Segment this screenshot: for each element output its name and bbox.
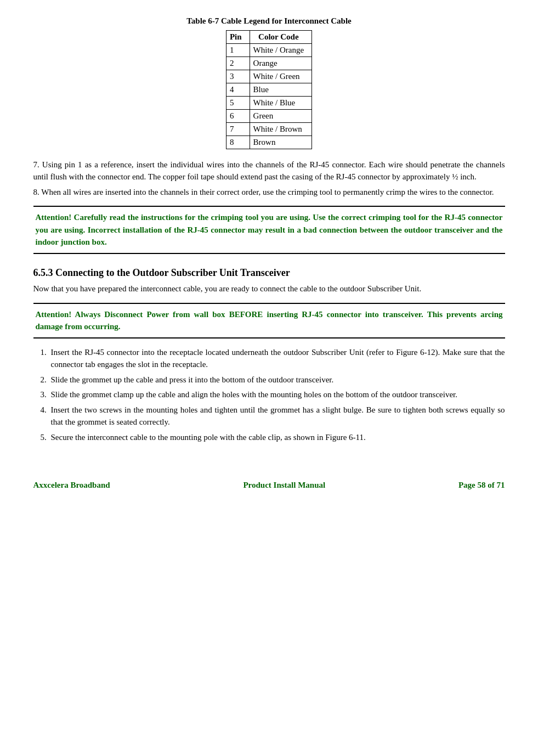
cable-legend-table: Pin Color Code 1White / Orange2Orange3Wh… bbox=[226, 30, 312, 149]
list-item: Insert the two screws in the mounting ho… bbox=[49, 404, 505, 428]
footer-company: Axxcelera Broadband bbox=[33, 481, 110, 490]
table-cell-pin: 6 bbox=[226, 110, 250, 123]
table-cell-color: Orange bbox=[250, 57, 312, 70]
table-row: 8Brown bbox=[226, 136, 312, 149]
list-item: Secure the interconnect cable to the mou… bbox=[49, 431, 505, 444]
attention-2-text: Attention! Always Disconnect Power from … bbox=[36, 310, 503, 331]
list-item: Insert the RJ-45 connector into the rece… bbox=[49, 346, 505, 371]
table-cell-pin: 1 bbox=[226, 44, 250, 57]
table-cell-pin: 3 bbox=[226, 70, 250, 83]
attention-1-text: Attention! Carefully read the instructio… bbox=[36, 213, 503, 246]
table-header-pin: Pin bbox=[226, 31, 250, 44]
list-item: Slide the grommet up the cable and press… bbox=[49, 374, 505, 386]
list-item: Slide the grommet clamp up the cable and… bbox=[49, 388, 505, 401]
table-cell-color: White / Orange bbox=[250, 44, 312, 57]
table-cell-pin: 4 bbox=[226, 83, 250, 97]
table-cell-color: Brown bbox=[250, 136, 312, 149]
step-7-text: 7. Using pin 1 as a reference, insert th… bbox=[33, 159, 505, 183]
section-intro-text: Now that you have prepared the interconn… bbox=[33, 283, 505, 295]
table-row: 7White / Brown bbox=[226, 123, 312, 136]
table-row: 6Green bbox=[226, 110, 312, 123]
table-cell-color: Blue bbox=[250, 83, 312, 97]
attention-box-2: Attention! Always Disconnect Power from … bbox=[33, 303, 505, 338]
table-cell-color: White / Blue bbox=[250, 97, 312, 110]
table-row: 1White / Orange bbox=[226, 44, 312, 57]
table-cell-color: Green bbox=[250, 110, 312, 123]
table-header-color: Color Code bbox=[250, 31, 312, 44]
footer-bar: Axxcelera Broadband Product Install Manu… bbox=[33, 476, 505, 490]
table-cell-pin: 7 bbox=[226, 123, 250, 136]
instructions-list: Insert the RJ-45 connector into the rece… bbox=[49, 346, 505, 444]
table-cell-pin: 2 bbox=[226, 57, 250, 70]
table-row: 3White / Green bbox=[226, 70, 312, 83]
section-653-heading: 6.5.3 Connecting to the Outdoor Subscrib… bbox=[33, 267, 505, 279]
footer-page: Page 58 of 71 bbox=[458, 481, 505, 490]
table-title: Table 6-7 Cable Legend for Interconnect … bbox=[33, 16, 505, 26]
table-cell-color: White / Brown bbox=[250, 123, 312, 136]
table-row: 5White / Blue bbox=[226, 97, 312, 110]
table-cell-pin: 8 bbox=[226, 136, 250, 149]
attention-box-1: Attention! Carefully read the instructio… bbox=[33, 206, 505, 254]
table-row: 2Orange bbox=[226, 57, 312, 70]
step-8-text: 8. When all wires are inserted into the … bbox=[33, 187, 505, 199]
footer-document: Product Install Manual bbox=[243, 481, 325, 490]
cable-table-wrapper: Pin Color Code 1White / Orange2Orange3Wh… bbox=[33, 30, 505, 149]
table-cell-pin: 5 bbox=[226, 97, 250, 110]
table-cell-color: White / Green bbox=[250, 70, 312, 83]
table-row: 4Blue bbox=[226, 83, 312, 97]
page-content: Table 6-7 Cable Legend for Interconnect … bbox=[33, 16, 505, 490]
